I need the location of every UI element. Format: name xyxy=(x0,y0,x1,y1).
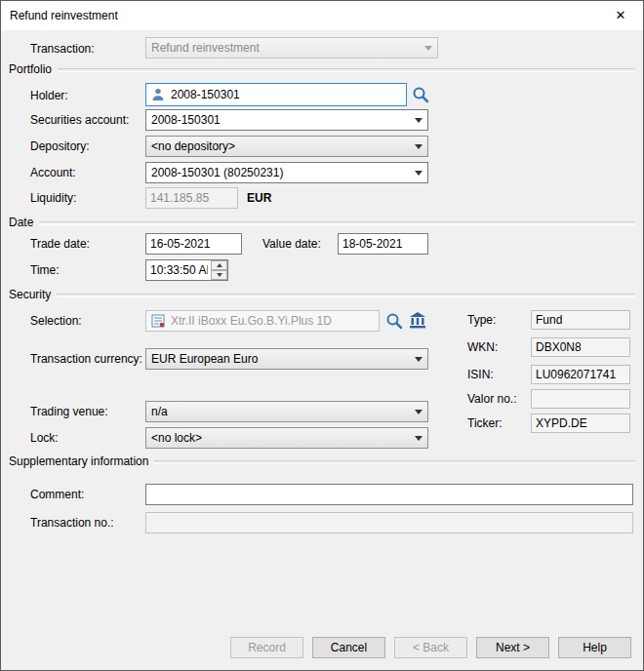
supplementary-group-header: Supplementary information xyxy=(9,454,635,468)
group-separator-line xyxy=(58,68,635,72)
securities-account-value: 2008-150301 xyxy=(151,113,221,127)
time-label: Time: xyxy=(30,263,60,277)
group-separator-line xyxy=(154,460,635,464)
security-selection-input[interactable]: Xtr.II iBoxx Eu.Go.B.Yi.Plus 1D xyxy=(145,310,380,332)
title-bar: Refund reinvestment ✕ xyxy=(1,1,643,30)
wkn-value: DBX0N8 xyxy=(531,337,630,357)
trade-date-input[interactable] xyxy=(145,233,242,255)
type-value: Fund xyxy=(531,310,630,330)
cancel-button[interactable]: Cancel xyxy=(312,637,385,658)
valor-no-value xyxy=(531,389,630,409)
transaction-no-input xyxy=(145,512,633,533)
holder-value: 2008-150301 xyxy=(171,88,240,101)
chevron-down-icon xyxy=(410,138,426,155)
account-label: Account: xyxy=(30,166,76,179)
holder-input[interactable]: 2008-150301 xyxy=(145,83,407,106)
lock-select[interactable]: <no lock> xyxy=(145,427,428,449)
transaction-value: Refund reinvestment xyxy=(151,41,260,55)
value-date-input[interactable] xyxy=(338,233,428,255)
record-button: Record xyxy=(230,637,303,658)
selection-value: Xtr.II iBoxx Eu.Go.B.Yi.Plus 1D xyxy=(171,314,332,328)
securities-account-select[interactable]: 2008-150301 xyxy=(145,109,428,131)
security-document-icon xyxy=(150,313,166,329)
supplementary-group-label: Supplementary information xyxy=(9,454,148,468)
securities-account-label: Securities account: xyxy=(30,113,129,127)
value-date-label: Value date: xyxy=(262,237,321,251)
liquidity-currency-label: EUR xyxy=(247,191,271,205)
transaction-currency-value: EUR European Euro xyxy=(151,352,258,366)
comment-input[interactable] xyxy=(145,484,633,505)
depot-bank-icon[interactable] xyxy=(408,310,427,330)
ticker-value: XYPD.DE xyxy=(531,414,630,433)
chevron-down-icon xyxy=(410,429,426,447)
trading-venue-label: Trading venue: xyxy=(30,405,108,418)
date-group-label: Date xyxy=(9,216,33,229)
trading-venue-select[interactable]: n/a xyxy=(145,401,428,422)
chevron-down-icon xyxy=(410,403,426,420)
portfolio-group-header: Portfolio xyxy=(9,61,635,76)
date-group-header: Date xyxy=(9,215,635,229)
depository-select[interactable]: <no depository> xyxy=(145,136,428,157)
time-spinner-down-icon[interactable] xyxy=(211,270,227,280)
refund-reinvestment-dialog: Refund reinvestment ✕ Transaction: Refun… xyxy=(0,0,644,671)
isin-label: ISIN: xyxy=(467,368,494,381)
transaction-no-label: Transaction no.: xyxy=(30,516,114,530)
help-button[interactable]: Help xyxy=(558,637,631,658)
trade-date-label: Trade date: xyxy=(30,237,90,251)
ticker-label: Ticker: xyxy=(467,416,503,430)
wkn-label: WKN: xyxy=(467,340,498,354)
trading-venue-value: n/a xyxy=(151,405,168,418)
chevron-down-icon xyxy=(410,164,426,181)
comment-label: Comment: xyxy=(30,488,84,501)
transaction-select: Refund reinvestment xyxy=(145,37,438,59)
depository-label: Depository: xyxy=(30,139,90,153)
isin-value: LU0962071741 xyxy=(531,365,630,384)
lock-label: Lock: xyxy=(30,431,59,445)
liquidity-label: Liquidity: xyxy=(30,191,76,205)
holder-search-icon[interactable] xyxy=(412,86,429,103)
group-separator-line xyxy=(39,221,635,225)
account-select[interactable]: 2008-150301 (80250231) xyxy=(145,162,428,183)
type-label: Type: xyxy=(467,313,496,327)
security-group-header: Security xyxy=(9,287,635,301)
next-button[interactable]: Next > xyxy=(476,637,549,658)
depository-value: <no depository> xyxy=(151,139,235,153)
group-separator-line xyxy=(57,294,635,297)
security-group-label: Security xyxy=(9,288,51,301)
selection-search-icon[interactable] xyxy=(385,312,403,330)
close-icon[interactable]: ✕ xyxy=(598,1,643,30)
account-value: 2008-150301 (80250231) xyxy=(151,166,283,179)
holder-label: Holder: xyxy=(30,89,68,102)
transaction-currency-select[interactable]: EUR European Euro xyxy=(145,348,428,370)
chevron-down-icon xyxy=(410,350,426,368)
back-button: < Back xyxy=(394,637,467,658)
chevron-down-icon xyxy=(420,39,436,57)
time-spinner-up-icon[interactable] xyxy=(211,260,227,270)
selection-label: Selection: xyxy=(30,314,82,328)
portfolio-group-label: Portfolio xyxy=(9,62,52,76)
chevron-down-icon xyxy=(410,111,426,129)
valor-no-label: Valor no.: xyxy=(467,392,516,406)
lock-value: <no lock> xyxy=(151,431,202,445)
transaction-label: Transaction: xyxy=(30,42,95,56)
transaction-currency-label: Transaction currency: xyxy=(30,352,142,366)
person-icon xyxy=(150,87,166,102)
dialog-title: Refund reinvestment xyxy=(10,1,118,30)
liquidity-value: 141.185.85 xyxy=(145,187,238,209)
